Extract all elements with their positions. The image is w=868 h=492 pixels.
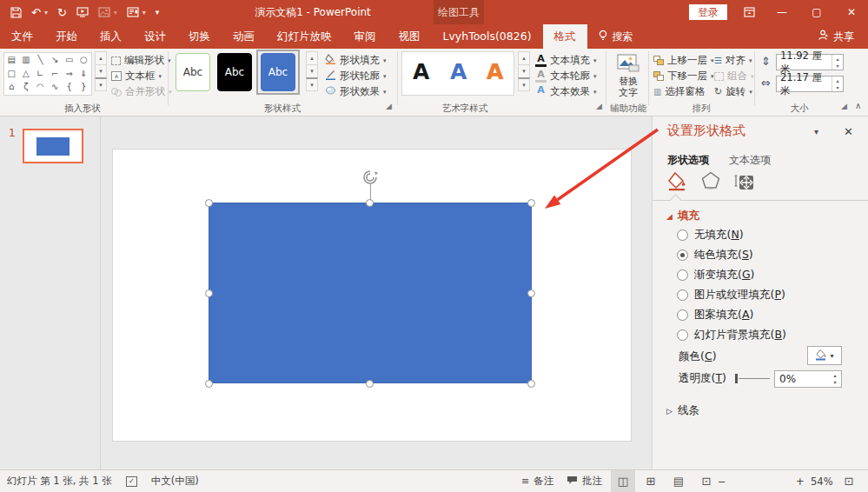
slide-thumbnail-1[interactable] bbox=[23, 129, 83, 163]
shape-style-preset-1[interactable]: Abc bbox=[176, 53, 210, 91]
size-dialog-launcher-icon[interactable]: ◢ bbox=[841, 102, 847, 110]
selection-pane-button[interactable]: ▥ 选择窗格 bbox=[653, 84, 705, 99]
text-outline-button[interactable]: A 文本轮廓▾ bbox=[535, 69, 597, 83]
shape-fill-button[interactable]: 形状填充▾ bbox=[325, 53, 387, 68]
panel-tab-text-options[interactable]: 文本选项 bbox=[729, 153, 771, 168]
radio-picture-texture-fill[interactable]: 图片或纹理填充(P) bbox=[677, 288, 785, 303]
tab-format-active[interactable]: 格式 bbox=[543, 24, 587, 49]
radio-no-fill[interactable]: 无填充(N) bbox=[677, 228, 744, 243]
width-spin-down-icon[interactable]: ▾ bbox=[836, 84, 838, 90]
radio-gradient-fill[interactable]: 渐变填充(G) bbox=[677, 268, 754, 283]
wordart-preset-orange[interactable]: A bbox=[487, 59, 503, 84]
radio-circle-selected[interactable] bbox=[677, 249, 688, 261]
tab-lvyhtools[interactable]: LvyhTools(0826) bbox=[432, 24, 543, 49]
tab-slideshow[interactable]: 幻灯片放映 bbox=[266, 24, 343, 49]
shape-right-arrow-icon[interactable]: ⇒ bbox=[62, 67, 76, 81]
slideshow-view-button[interactable]: ⊡ bbox=[694, 470, 719, 492]
shape-elbow-icon[interactable]: ∟ bbox=[33, 67, 48, 81]
selected-rectangle-shape[interactable] bbox=[209, 203, 532, 383]
transparency-input[interactable]: 0% ▴▾ bbox=[774, 370, 842, 388]
tab-review[interactable]: 审阅 bbox=[343, 24, 388, 49]
shape-oval-icon[interactable]: ○ bbox=[76, 53, 91, 67]
wordart-scroll-down-icon[interactable]: ▾ bbox=[518, 64, 530, 78]
width-spin-up-icon[interactable]: ▴ bbox=[836, 77, 838, 83]
fill-color-button[interactable]: ▾ bbox=[807, 346, 842, 365]
tell-me-search[interactable]: 搜索 bbox=[587, 24, 644, 49]
resize-handle-bottom-center[interactable] bbox=[366, 380, 374, 388]
shape-width-input[interactable]: 21.17 厘米 ▴▾ bbox=[776, 76, 844, 92]
shape-textbox-icon[interactable]: ▤ bbox=[4, 53, 19, 67]
normal-view-button[interactable]: ◫ bbox=[611, 470, 635, 492]
panel-close-icon[interactable]: ✕ bbox=[844, 125, 853, 138]
text-fill-button[interactable]: A 文本填充▾ bbox=[535, 53, 597, 68]
wordart-preset-blue[interactable]: A bbox=[450, 59, 467, 84]
shape-scribble-icon[interactable]: ζ bbox=[19, 80, 34, 94]
radio-circle[interactable] bbox=[677, 289, 688, 301]
shape-right-brace-icon[interactable]: } bbox=[76, 80, 91, 94]
wordart-scroll-up-icon[interactable]: ▴ bbox=[518, 51, 530, 65]
shape-vtextbox-icon[interactable]: ▥ bbox=[19, 53, 34, 67]
panel-options-dropdown-icon[interactable]: ▾ bbox=[814, 127, 818, 136]
customize-qat-icon[interactable]: ▾ bbox=[156, 9, 160, 17]
radio-circle[interactable] bbox=[677, 309, 688, 321]
gallery-scroll-down-icon[interactable]: ▾ bbox=[95, 64, 107, 78]
tab-transitions[interactable]: 切换 bbox=[177, 24, 222, 49]
styles-more-icon[interactable]: ▾ bbox=[306, 77, 318, 91]
shape-curve-icon[interactable]: ∿ bbox=[48, 80, 63, 94]
shape-rounded-rect-icon[interactable]: □ bbox=[4, 67, 19, 81]
start-slideshow-icon[interactable] bbox=[76, 7, 89, 17]
wordart-gallery[interactable]: A A A bbox=[401, 51, 514, 96]
shape-style-preset-3-selected[interactable]: Abc bbox=[261, 53, 295, 91]
text-box-button[interactable]: A 文本框▾ bbox=[111, 69, 162, 83]
reading-view-button[interactable]: ▤ bbox=[666, 470, 691, 492]
undo-button[interactable]: ↶ bbox=[31, 7, 41, 18]
wordart-dialog-launcher-icon[interactable]: ◢ bbox=[596, 102, 602, 110]
height-spin-down-icon[interactable]: ▾ bbox=[836, 63, 838, 69]
shape-arc-icon[interactable]: ◠ bbox=[33, 80, 48, 94]
share-button[interactable]: 共享 bbox=[818, 24, 868, 49]
resize-handle-bottom-right[interactable] bbox=[527, 380, 535, 388]
shape-effects-button[interactable]: 形状效果▾ bbox=[325, 84, 387, 99]
undo-dropdown-icon[interactable]: ▾ bbox=[44, 9, 48, 17]
fill-section-header[interactable]: ◢填充 bbox=[666, 209, 699, 223]
minimize-button[interactable]: — bbox=[767, 0, 797, 24]
resize-handle-middle-right[interactable] bbox=[527, 289, 535, 297]
radio-slide-background-fill[interactable]: 幻灯片背景填充(B) bbox=[677, 328, 786, 342]
shape-style-preset-2[interactable]: Abc bbox=[217, 53, 252, 91]
styles-scroll-down-icon[interactable]: ▾ bbox=[306, 64, 318, 78]
shape-rectangle-icon[interactable]: ▭ bbox=[62, 53, 76, 67]
alt-text-button[interactable]: 替换 文字 bbox=[610, 50, 646, 103]
transparency-spin-up-icon[interactable]: ▴ bbox=[833, 372, 836, 379]
shape-gallery[interactable]: ▤▥╲↘▭○□△∟⌐⇒⇓⌂ζ◠∿{} bbox=[3, 52, 92, 96]
send-backward-button[interactable]: 下移一层▾ bbox=[653, 69, 714, 83]
shape-down-arrow-icon[interactable]: ⇓ bbox=[76, 67, 91, 81]
shape-line-icon[interactable]: ╲ bbox=[33, 53, 48, 67]
close-button[interactable]: ✕ bbox=[837, 0, 866, 24]
rotate-handle-icon[interactable] bbox=[361, 169, 379, 189]
panel-tab-shape-options[interactable]: 形状选项 bbox=[667, 153, 709, 168]
bring-forward-button[interactable]: 上移一层▾ bbox=[653, 53, 714, 68]
fit-to-window-button[interactable]: ⊡ bbox=[836, 470, 862, 492]
radio-pattern-fill[interactable]: 图案填充(A) bbox=[677, 308, 753, 322]
tab-file[interactable]: 文件 bbox=[0, 24, 44, 49]
slide-sorter-view-button[interactable]: ⊞ bbox=[639, 470, 663, 492]
radio-circle[interactable] bbox=[677, 269, 688, 281]
shape-left-brace-icon[interactable]: { bbox=[62, 80, 76, 94]
edit-shape-button[interactable]: 编辑形状▾ bbox=[111, 53, 171, 68]
shape-triangle-icon[interactable]: △ bbox=[19, 67, 34, 81]
proofing-icon[interactable]: ✓ bbox=[126, 476, 137, 487]
fill-and-line-icon[interactable] bbox=[667, 170, 688, 194]
resize-handle-middle-left[interactable] bbox=[205, 289, 213, 297]
align-button[interactable]: ☰ 对齐▾ bbox=[714, 53, 752, 68]
shape-outline-button[interactable]: 形状轮廓▾ bbox=[325, 69, 387, 83]
save-icon[interactable] bbox=[10, 7, 22, 18]
zoom-in-button[interactable]: + bbox=[796, 470, 805, 492]
resize-handle-top-left[interactable] bbox=[205, 199, 213, 207]
radio-circle[interactable] bbox=[677, 329, 688, 341]
layout-icon[interactable] bbox=[127, 7, 139, 17]
rotate-button[interactable]: ↻ 旋转▾ bbox=[714, 84, 752, 99]
tab-home[interactable]: 开始 bbox=[44, 24, 89, 49]
wordart-more-icon[interactable]: ▾ bbox=[518, 77, 530, 91]
line-section-header[interactable]: ▷线条 bbox=[666, 403, 699, 418]
wordart-preset-black[interactable]: A bbox=[413, 59, 429, 84]
